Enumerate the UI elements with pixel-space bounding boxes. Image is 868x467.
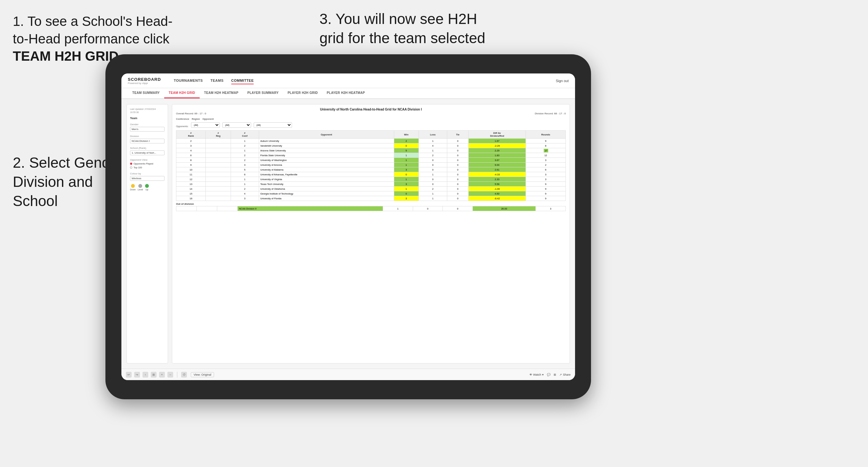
cell-rounds: 9: [526, 138, 566, 144]
gender-select[interactable]: Men's: [130, 127, 164, 132]
conference-select[interactable]: (All): [191, 122, 220, 128]
division-label: Division: [130, 135, 164, 138]
sign-out-link[interactable]: Sign out: [556, 79, 569, 83]
cell-win: 5: [394, 148, 418, 153]
col-diff: Diff AvStrokes/Rnd: [468, 131, 526, 138]
tab-player-h2h-grid[interactable]: PLAYER H2H GRID: [283, 88, 322, 98]
annotation-3: 3. You will now see H2H grid for the tea…: [319, 9, 543, 48]
view-original-btn[interactable]: View: Original: [191, 372, 214, 377]
cell-conf: 1: [231, 177, 259, 182]
gender-section: Gender Men's: [130, 123, 164, 132]
plus-icon[interactable]: +: [159, 372, 165, 378]
tab-team-summary[interactable]: TEAM SUMMARY: [128, 88, 164, 98]
region-select[interactable]: (All): [222, 122, 251, 128]
tab-player-h2h-heatmap[interactable]: PLAYER H2H HEATMAP: [322, 88, 369, 98]
col-loss: Loss: [418, 131, 447, 138]
swatch-down: Down: [130, 184, 136, 191]
cell-tie: 0: [447, 172, 469, 177]
cell-win: 0: [394, 172, 418, 177]
cell-conf: 2: [231, 144, 259, 148]
redo-icon[interactable]: ↪: [134, 372, 140, 378]
out-of-division-row: NCAA Division II 1 0 0 26.00 3: [176, 206, 566, 211]
comment-btn[interactable]: 💬: [547, 373, 551, 376]
cell-win: 1: [394, 158, 418, 163]
undo-icon[interactable]: ↩: [126, 372, 132, 378]
cell-opponent: University of Washington: [259, 158, 394, 163]
col-conf: #Conf: [231, 131, 259, 138]
tab-player-summary[interactable]: PLAYER SUMMARY: [243, 88, 283, 98]
school-select[interactable]: 1. University of Nort...: [130, 151, 164, 155]
division-record: Division Record: 88 - 17 - 0: [535, 112, 566, 115]
nav-teams[interactable]: TEAMS: [211, 77, 224, 84]
cell-conf: 2: [231, 153, 259, 158]
clock-icon[interactable]: ⏱: [181, 372, 187, 378]
region-label: Region: [192, 118, 200, 120]
color-swatches: Down Level Up: [130, 184, 164, 191]
opponent-filter: Opponent: [203, 118, 214, 120]
tab-team-h2h-grid[interactable]: TEAM H2H GRID: [164, 88, 200, 98]
radio-top100[interactable]: Top 100: [130, 166, 164, 169]
cell-opponent: Auburn University: [259, 138, 394, 144]
cell-rank: 10: [176, 167, 206, 172]
left-panel: Last Updated: 27/03/2024 16:55:38 Team G…: [126, 104, 168, 364]
cell-reg: [206, 158, 231, 163]
logo-sub: Powered by clippi: [128, 82, 161, 85]
last-updated: Last Updated: 27/03/2024 16:55:38: [130, 107, 164, 114]
cell-opponent: University of Florida: [259, 196, 394, 201]
overall-record: Overall Record: 89 - 17 - 0: [176, 112, 206, 115]
cell-rank: 9: [176, 163, 206, 167]
col-rounds: Rounds: [526, 131, 566, 138]
school-label: School (Rank): [130, 147, 164, 150]
cell-reg: [206, 163, 231, 167]
cell-conf: 1: [231, 182, 259, 187]
top-nav: SCOREBOARD Powered by clippi TOURNAMENTS…: [121, 73, 575, 88]
opponent-select[interactable]: (All): [254, 122, 292, 128]
cell-tie: 0: [447, 148, 469, 153]
nav-committee[interactable]: COMMITTEE: [231, 77, 254, 84]
cell-diff: 1.67: [468, 138, 526, 144]
cell-win: 1: [394, 153, 418, 158]
division-select[interactable]: NCAA Division I: [130, 138, 164, 144]
cell-loss: 0: [418, 163, 447, 167]
cell-tie: 0: [447, 144, 469, 148]
ood-reg: [196, 206, 217, 211]
watch-btn[interactable]: 👁 Watch ▾: [529, 373, 544, 376]
colour-by-select[interactable]: Win/loss: [130, 176, 164, 181]
back-icon[interactable]: ‹: [143, 372, 148, 378]
cell-win: 1: [394, 163, 418, 167]
cell-reg: [206, 172, 231, 177]
school-section: School (Rank) 1. University of Nort...: [130, 147, 164, 155]
minus-icon[interactable]: −: [167, 372, 173, 378]
col-rank: #Rank: [176, 131, 206, 138]
cell-reg: [206, 187, 231, 191]
col-opponent: Opponent: [259, 131, 394, 138]
cell-diff: -2.29: [468, 144, 526, 148]
tab-team-h2h-heatmap[interactable]: TEAM H2H HEATMAP: [200, 88, 243, 98]
cell-reg: [206, 177, 231, 182]
share-btn[interactable]: ↗ Share: [559, 373, 570, 376]
crop-icon[interactable]: ⊞: [151, 372, 157, 378]
cell-loss: 0: [418, 177, 447, 182]
col-tie: Tie: [447, 131, 469, 138]
cell-rounds: 2: [526, 163, 566, 167]
radio-opponents-played[interactable]: Opponents Played: [130, 162, 164, 165]
logo-text: SCOREBOARD: [128, 77, 161, 82]
team-label: Team: [130, 117, 164, 120]
colour-section: Colour by Win/loss: [130, 172, 164, 181]
cell-reg: [206, 182, 231, 187]
cell-tie: 0: [447, 167, 469, 172]
cell-reg: [206, 196, 231, 201]
conference-label: Conference: [176, 118, 189, 120]
cell-rank: 16: [176, 196, 206, 201]
cell-reg: [206, 153, 231, 158]
cell-opponent: Texas Tech University: [259, 182, 394, 187]
eye-icon: 👁: [529, 373, 532, 376]
cell-reg: [206, 191, 231, 196]
ood-loss: 0: [413, 206, 443, 211]
nav-tournaments[interactable]: TOURNAMENTS: [174, 77, 203, 84]
cell-tie: 0: [447, 153, 469, 158]
cell-tie: 0: [447, 158, 469, 163]
cell-rounds: 9: [526, 182, 566, 187]
cell-tie: 0: [447, 163, 469, 167]
grid-btn[interactable]: ⊞: [554, 373, 556, 376]
